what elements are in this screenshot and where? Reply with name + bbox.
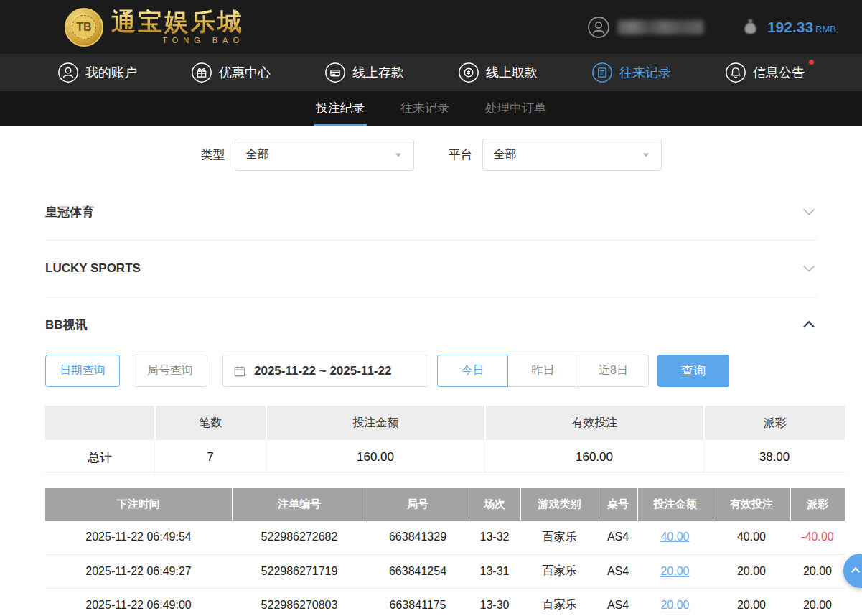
header-bet-amount: 投注金额 bbox=[637, 488, 713, 521]
type-filter-value: 全部 bbox=[246, 147, 269, 162]
balance-currency: RMB bbox=[815, 24, 836, 34]
summary-header-payout: 派彩 bbox=[703, 406, 845, 440]
tab-betting-records[interactable]: 投注纪录 bbox=[314, 91, 367, 126]
coin-text: TB bbox=[72, 15, 96, 39]
chevron-up-icon bbox=[801, 317, 817, 332]
platform-filter-value: 全部 bbox=[494, 147, 517, 162]
header-session: 场次 bbox=[469, 488, 520, 521]
tab-transaction-records[interactable]: 往来记录 bbox=[398, 91, 451, 126]
cell-bet-time: 2025-11-22 06:49:27 bbox=[45, 554, 232, 588]
section-crown-sports[interactable]: 皇冠体育 bbox=[45, 184, 817, 241]
quick-date-group: 今日 昨日 近8日 bbox=[437, 355, 649, 387]
records-table: 下注时间 注单编号 局号 场次 游戏类别 桌号 投注金额 有效投注 派彩 202… bbox=[45, 488, 845, 616]
records-icon bbox=[591, 62, 613, 83]
cell-payout: 20.00 bbox=[790, 588, 845, 616]
cell-order-no: 522986270803 bbox=[232, 588, 367, 616]
nav-item-label: 我的账户 bbox=[85, 64, 137, 81]
nav-item-label: 线上存款 bbox=[352, 64, 404, 81]
yesterday-button[interactable]: 昨日 bbox=[507, 355, 578, 387]
cell-table-no: AS4 bbox=[599, 554, 637, 588]
button-label: 日期查询 bbox=[60, 363, 106, 378]
bet-amount-link[interactable]: 20.00 bbox=[660, 599, 689, 611]
cell-payout: 20.00 bbox=[790, 554, 845, 588]
tab-label: 处理中订单 bbox=[485, 100, 546, 116]
nav-item-label: 往来记录 bbox=[619, 64, 671, 81]
cell-valid-bet: 20.00 bbox=[713, 554, 790, 588]
section-title: 皇冠体育 bbox=[45, 204, 94, 220]
tab-label: 投注纪录 bbox=[316, 100, 365, 116]
nav-item-label: 线上取款 bbox=[486, 64, 538, 81]
nav-item-announcements[interactable]: 信息公告 bbox=[725, 62, 805, 83]
cell-game-type: 百家乐 bbox=[520, 521, 599, 554]
account-area: 192.33RMB bbox=[587, 16, 836, 39]
bet-amount-link[interactable]: 20.00 bbox=[660, 565, 689, 577]
tab-label: 往来记录 bbox=[400, 100, 449, 116]
nav-item-my-account[interactable]: 我的账户 bbox=[57, 62, 137, 83]
section-lucky-sports[interactable]: LUCKY SPORTS bbox=[45, 241, 817, 297]
withdraw-icon bbox=[458, 62, 479, 83]
nav-item-transaction-records[interactable]: 往来记录 bbox=[591, 62, 671, 83]
cell-round-no: 663841175 bbox=[367, 588, 469, 616]
table-row: 2025-11-22 06:49:00 522986270803 6638411… bbox=[45, 588, 845, 616]
button-label: 今日 bbox=[462, 363, 484, 378]
date-range-picker[interactable]: 2025-11-22 ~ 2025-11-22 bbox=[222, 355, 428, 387]
tab-processing-orders[interactable]: 处理中订单 bbox=[483, 91, 548, 126]
bet-amount-link[interactable]: 40.00 bbox=[660, 531, 689, 543]
nav-item-deposit[interactable]: 线上存款 bbox=[324, 62, 404, 83]
header-bet-time: 下注时间 bbox=[45, 488, 232, 521]
platform-filter-group: 平台 全部 bbox=[449, 139, 662, 171]
cell-round-no: 663841329 bbox=[367, 521, 469, 554]
nav-item-label: 优惠中心 bbox=[219, 64, 271, 81]
section-title: LUCKY SPORTS bbox=[45, 261, 141, 276]
nav-item-promotions[interactable]: 优惠中心 bbox=[191, 62, 271, 83]
button-label: 昨日 bbox=[532, 363, 555, 378]
username-redacted bbox=[617, 20, 703, 34]
last-8-days-button[interactable]: 近8日 bbox=[578, 355, 649, 387]
cell-table-no: AS4 bbox=[599, 521, 637, 554]
chevron-down-icon bbox=[801, 261, 817, 276]
cell-round-no: 663841254 bbox=[367, 554, 469, 588]
date-query-button[interactable]: 日期查询 bbox=[45, 355, 120, 387]
header-payout: 派彩 bbox=[790, 488, 845, 521]
chevron-up-icon bbox=[849, 564, 862, 577]
cell-bet-time: 2025-11-22 06:49:00 bbox=[45, 588, 232, 616]
header-game-type: 游戏类别 bbox=[520, 488, 599, 521]
button-label: 查询 bbox=[681, 363, 706, 379]
cell-session: 13-30 bbox=[469, 588, 520, 616]
brand-name-en: TONG BAO bbox=[111, 36, 244, 45]
summary-header-blank bbox=[45, 406, 154, 440]
cell-valid-bet: 20.00 bbox=[713, 588, 790, 616]
content: 类型 全部 平台 全部 皇冠体育 LUCKY SPORTS BB视讯 日期查询 … bbox=[0, 139, 862, 616]
header-table-no: 桌号 bbox=[599, 488, 637, 521]
date-range-value: 2025-11-22 ~ 2025-11-22 bbox=[254, 364, 391, 378]
summary-table: 笔数 投注金额 有效投注 派彩 总计 7 160.00 160.00 38.00 bbox=[45, 406, 845, 475]
cell-valid-bet: 40.00 bbox=[713, 521, 790, 554]
cell-payout: -40.00 bbox=[790, 521, 845, 554]
section-title: BB视讯 bbox=[45, 317, 88, 333]
gift-icon bbox=[191, 62, 212, 83]
chevron-down-icon bbox=[394, 151, 403, 159]
chevron-down-icon bbox=[801, 204, 817, 220]
brand-coin-icon: TB bbox=[65, 8, 103, 47]
section-bb-video[interactable]: BB视讯 bbox=[45, 297, 817, 352]
notification-dot bbox=[809, 60, 814, 65]
search-button[interactable]: 查询 bbox=[657, 355, 729, 387]
round-query-button[interactable]: 局号查询 bbox=[133, 355, 207, 387]
money-bag-icon bbox=[741, 17, 760, 37]
today-button[interactable]: 今日 bbox=[437, 355, 508, 387]
bell-icon bbox=[725, 62, 746, 83]
deposit-icon bbox=[324, 62, 346, 83]
button-label: 近8日 bbox=[599, 363, 628, 378]
header-order-no: 注单编号 bbox=[232, 488, 367, 521]
nav-item-label: 信息公告 bbox=[753, 64, 805, 81]
type-filter-dropdown[interactable]: 全部 bbox=[235, 139, 414, 171]
table-header-row: 下注时间 注单编号 局号 场次 游戏类别 桌号 投注金额 有效投注 派彩 bbox=[45, 488, 845, 521]
nav-item-withdraw[interactable]: 线上取款 bbox=[458, 62, 538, 83]
summary-bet-amount-value: 160.00 bbox=[266, 440, 484, 475]
cell-table-no: AS4 bbox=[599, 588, 637, 616]
avatar-icon[interactable] bbox=[587, 16, 610, 39]
type-filter-group: 类型 全部 bbox=[201, 139, 414, 171]
platform-filter-dropdown[interactable]: 全部 bbox=[482, 139, 662, 171]
brand-logo[interactable]: TB 通宝娱乐城 TONG BAO bbox=[65, 8, 244, 47]
header-round-no: 局号 bbox=[367, 488, 469, 521]
